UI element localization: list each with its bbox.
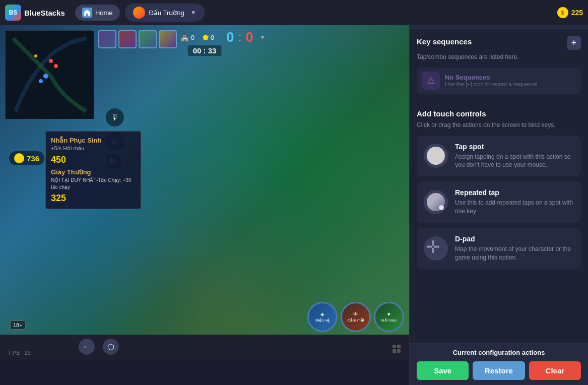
tap-spot-icon <box>424 144 448 168</box>
svg-point-1 <box>43 74 48 79</box>
game-tab[interactable]: Đấu Trường ▼ <box>125 4 205 22</box>
svg-point-5 <box>34 54 37 57</box>
game-avatar <box>133 7 145 19</box>
skill1-icon: ◈ <box>320 311 324 317</box>
tap-spot-desc: Assign tapping on a spot with this actio… <box>455 153 574 170</box>
add-sequence-button[interactable]: + <box>567 36 581 50</box>
item2-desc: NỘI TẠI DUY NHẤT-Tốc Chạy: +30 tốc chạy <box>51 177 136 191</box>
home-nav-button[interactable]: Home <box>75 5 120 21</box>
dpad-icon <box>426 239 445 258</box>
coin-icon: $ <box>557 7 568 18</box>
skill-bar: ◈ Biến vệ 👁 Cắm mắt ♥ Hồi máu <box>307 302 404 332</box>
panel-footer: Current configuration actions Save Resto… <box>410 343 588 385</box>
top-bar: BS BlueStacks Home Đấu Trường ▼ $ 225 <box>0 0 588 25</box>
repeated-tap-desc: Use this to add repeated taps on a spot … <box>455 199 574 216</box>
skill2-button[interactable]: 👁 Cắm mắt <box>341 302 371 332</box>
item-popup: Nhẫn Phục Sinh +5/s Hồi máu 450 Giày Thư… <box>45 131 141 209</box>
home-icon <box>82 8 92 18</box>
item1-sub: +5/s Hồi máu <box>51 145 136 152</box>
skill3-label: Hồi máu <box>381 318 397 323</box>
item2-cost: 325 <box>51 193 136 204</box>
dpad-card[interactable]: D-pad Map the movement of your character… <box>417 228 581 269</box>
svg-point-3 <box>54 64 58 68</box>
restore-button[interactable]: Restore <box>473 361 525 380</box>
back-button[interactable]: ← <box>79 339 95 355</box>
no-sequences-icon: ⚠ <box>422 72 440 90</box>
player-portraits <box>98 30 177 48</box>
add-icon: + <box>571 38 577 48</box>
game-tab-label: Đấu Trường <box>149 9 184 17</box>
panel-body: Key sequences + Tap/combo sequences are … <box>410 29 588 343</box>
minimap <box>5 30 93 118</box>
score-area: 0 : 0 ▼ <box>226 29 266 45</box>
portrait-2 <box>118 30 137 48</box>
svg-rect-7 <box>397 345 401 348</box>
save-button[interactable]: Save <box>417 361 469 380</box>
skill3-button[interactable]: ♥ Hồi máu <box>374 302 404 332</box>
dpad-desc: Map the movement of your character or th… <box>455 245 574 262</box>
portrait-3 <box>139 30 157 48</box>
score-red: 0 <box>245 29 253 45</box>
repeated-tap-name: Repeated tap <box>455 188 574 197</box>
gold-icon: ⬟ <box>203 33 209 41</box>
dpad-name: D-pad <box>455 235 574 243</box>
game-area: ⚔ 0 ☠ 0 🏰 0 ⬟ 0 0 : 0 ▼ 00 : 33 <box>0 25 409 360</box>
portrait-4 <box>159 30 177 48</box>
hud-towers: 🏰 0 <box>180 33 194 41</box>
gold-coin-icon <box>14 153 24 163</box>
repeated-tap-circle <box>427 193 445 211</box>
clear-button[interactable]: Clear <box>529 361 581 380</box>
skill1-button[interactable]: ◈ Biến vệ <box>307 302 338 332</box>
dpad-icon-container <box>424 236 448 261</box>
repeated-tap-card[interactable]: Repeated tap Use this to add repeated ta… <box>417 181 581 223</box>
key-sequences-header: Key sequences + <box>417 36 581 50</box>
app-name: BlueStacks <box>24 9 65 17</box>
gold-display: 736 <box>9 151 44 165</box>
skill2-label: Cắm mắt <box>347 318 364 323</box>
home-button[interactable]: ⬡ <box>103 339 119 355</box>
tower-count: 0 <box>191 34 194 41</box>
gold-amount: 736 <box>27 154 39 163</box>
key-sequences-desc: Tap/combo sequences are listed here. <box>417 53 581 61</box>
fps-value: 29 <box>25 350 31 356</box>
repeated-tap-info: Repeated tap Use this to add repeated ta… <box>455 188 574 216</box>
game-timer: 00 : 33 <box>188 45 222 56</box>
coin-value: 225 <box>571 9 583 17</box>
svg-rect-9 <box>397 349 401 353</box>
fps-label: FPS <box>9 350 20 356</box>
tap-spot-circle <box>427 147 445 165</box>
add-touch-desc: Click or drag the actions on the screen … <box>417 121 581 130</box>
tap-spot-card[interactable]: Tap spot Assign tapping on a spot with t… <box>417 136 581 177</box>
resize-handle[interactable] <box>391 344 402 356</box>
skill1-label: Biến vệ <box>315 318 330 323</box>
key-sequences-title: Key sequences <box>417 37 472 46</box>
svg-rect-8 <box>393 349 396 353</box>
no-sequences-row: ⚠ No Sequences Use the [+] icon to recor… <box>417 68 581 94</box>
svg-rect-6 <box>393 345 396 348</box>
portrait-1 <box>98 30 116 48</box>
logo-icon: BS <box>5 5 21 21</box>
no-sequences-desc: Use the [+] icon to record a sequence <box>445 81 537 87</box>
dpad-info: D-pad Map the movement of your character… <box>455 235 574 262</box>
svg-point-4 <box>49 59 53 63</box>
skill3-icon: ♥ <box>387 311 390 317</box>
app-logo: BS BlueStacks <box>5 5 65 21</box>
no-sequences-title: No Sequences <box>445 74 537 81</box>
tap-spot-name: Tap spot <box>455 143 574 151</box>
tap-spot-info: Tap spot Assign tapping on a spot with t… <box>455 143 574 170</box>
add-touch-title: Add touch controls <box>417 109 581 118</box>
score-blue: 0 <box>226 29 234 45</box>
fps-display: FPS 29 <box>9 350 31 356</box>
game-bottom-bar: FPS 29 ← ⬡ <box>0 335 409 360</box>
home-label: Home <box>95 9 113 17</box>
divider-1 <box>417 102 581 102</box>
score-separator: : <box>238 30 242 44</box>
score-chevron-icon: ▼ <box>259 34 266 41</box>
tower-icon: 🏰 <box>180 33 189 41</box>
skill2-icon: 👁 <box>353 311 358 317</box>
svg-point-2 <box>39 79 43 83</box>
chevron-down-icon: ▼ <box>190 9 197 16</box>
microphone-button[interactable]: 🎙 <box>106 108 124 126</box>
item2-name: Giày Thường <box>51 168 136 176</box>
coin-area: $ 225 <box>557 7 583 18</box>
